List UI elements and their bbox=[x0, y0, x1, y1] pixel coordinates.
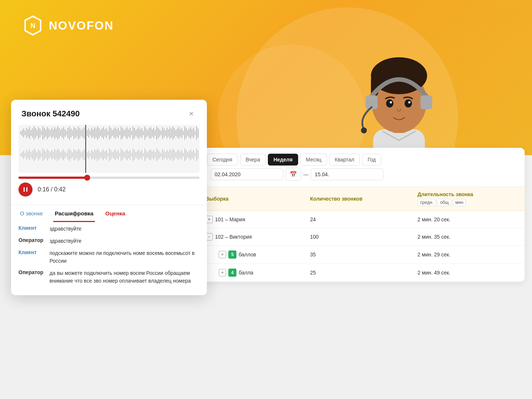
transcript-text-4: да вы можете подключить номер восем Росс… bbox=[50, 269, 200, 285]
tab-rating[interactable]: Оценка bbox=[104, 205, 127, 222]
svg-rect-227 bbox=[152, 151, 153, 158]
sub-header-avg: средн. bbox=[417, 199, 436, 206]
svg-rect-228 bbox=[153, 150, 154, 160]
svg-rect-30 bbox=[37, 130, 37, 136]
speaker-operator-2: Оператор bbox=[18, 269, 45, 285]
sub-header-min: мин bbox=[453, 199, 466, 206]
filter-today[interactable]: Сегодня bbox=[207, 154, 238, 166]
cell-count-2: 100 bbox=[304, 228, 412, 246]
speaker-client-2: Клиент bbox=[18, 249, 45, 265]
svg-rect-33 bbox=[41, 131, 42, 135]
filter-yesterday[interactable]: Вчера bbox=[240, 154, 266, 166]
svg-rect-178 bbox=[78, 149, 79, 161]
calendar-icon-button[interactable]: 📅 bbox=[286, 168, 301, 181]
filter-year[interactable]: Год bbox=[362, 154, 381, 166]
svg-rect-145 bbox=[29, 149, 30, 160]
svg-point-11 bbox=[361, 127, 367, 133]
date-filter-bar: Сегодня Вчера Неделя Месяц Квартал Год 📅… bbox=[200, 148, 525, 187]
svg-rect-101 bbox=[143, 131, 144, 135]
svg-rect-142 bbox=[25, 153, 25, 157]
filter-week[interactable]: Неделя bbox=[268, 154, 298, 166]
svg-rect-81 bbox=[113, 129, 114, 137]
svg-rect-213 bbox=[131, 153, 132, 157]
svg-rect-221 bbox=[143, 153, 144, 157]
svg-rect-34 bbox=[42, 126, 43, 140]
svg-rect-84 bbox=[118, 128, 119, 138]
progress-bar-background[interactable] bbox=[18, 177, 200, 179]
tab-transcript[interactable]: Расшифровка bbox=[53, 205, 95, 222]
svg-rect-10 bbox=[420, 95, 432, 109]
svg-rect-174 bbox=[72, 152, 73, 157]
svg-rect-21 bbox=[23, 129, 24, 137]
svg-rect-144 bbox=[28, 151, 28, 158]
filter-month[interactable]: Месяц bbox=[300, 154, 327, 166]
svg-rect-117 bbox=[167, 128, 167, 138]
svg-rect-252 bbox=[189, 151, 190, 159]
svg-rect-95 bbox=[134, 128, 135, 138]
svg-rect-189 bbox=[96, 151, 96, 159]
svg-rect-133 bbox=[190, 127, 191, 139]
progress-area[interactable] bbox=[18, 177, 200, 179]
svg-rect-194 bbox=[103, 149, 104, 160]
score-badge-5: 5 bbox=[228, 250, 236, 259]
svg-rect-28 bbox=[34, 126, 34, 140]
svg-rect-244 bbox=[177, 151, 178, 159]
svg-rect-261 bbox=[26, 187, 27, 192]
svg-rect-201 bbox=[113, 151, 114, 159]
svg-rect-100 bbox=[141, 128, 142, 138]
svg-rect-143 bbox=[26, 150, 27, 160]
svg-rect-52 bbox=[69, 126, 70, 140]
svg-rect-76 bbox=[106, 128, 107, 138]
right-panel: Сегодня Вчера Неделя Месяц Квартал Год 📅… bbox=[200, 148, 525, 282]
svg-rect-134 bbox=[192, 129, 192, 137]
svg-rect-103 bbox=[146, 129, 147, 137]
svg-rect-116 bbox=[165, 130, 166, 136]
svg-rect-108 bbox=[153, 128, 154, 138]
svg-rect-119 bbox=[170, 127, 170, 139]
date-from-input[interactable] bbox=[211, 168, 283, 180]
tab-about[interactable]: О звонке bbox=[18, 205, 44, 222]
svg-rect-219 bbox=[140, 151, 141, 158]
svg-rect-22 bbox=[25, 131, 25, 135]
svg-rect-43 bbox=[56, 129, 57, 137]
transcript-area: Клиент здравствуйте Оператор здравствуйт… bbox=[11, 222, 207, 295]
svg-rect-136 bbox=[195, 131, 195, 135]
svg-rect-24 bbox=[28, 129, 28, 137]
close-button[interactable]: × bbox=[186, 109, 197, 119]
svg-rect-215 bbox=[134, 150, 135, 160]
table-row: + 5 баллов 35 2 мин. 29 сек. bbox=[200, 246, 525, 264]
svg-rect-127 bbox=[181, 128, 182, 138]
svg-rect-65 bbox=[90, 131, 91, 135]
svg-rect-32 bbox=[40, 129, 40, 137]
expand-btn-2a[interactable]: + bbox=[219, 251, 226, 258]
cell-name-1: + 101 – Мария bbox=[200, 211, 304, 228]
call-dialog: Звонок 542490 × bbox=[11, 100, 207, 295]
svg-rect-118 bbox=[168, 129, 169, 137]
svg-rect-110 bbox=[156, 126, 157, 140]
row-name-cell-2a: + 5 баллов bbox=[205, 250, 298, 259]
svg-rect-183 bbox=[87, 152, 88, 157]
cell-duration-1: 2 мин. 20 сек. bbox=[412, 211, 525, 228]
expand-btn-2b[interactable]: + bbox=[219, 269, 226, 276]
date-to-input[interactable] bbox=[311, 168, 383, 180]
svg-rect-88 bbox=[124, 130, 125, 136]
svg-rect-42 bbox=[54, 127, 55, 139]
svg-rect-203 bbox=[116, 151, 117, 158]
svg-rect-152 bbox=[40, 151, 40, 159]
filter-quarter[interactable]: Квартал bbox=[329, 154, 360, 166]
svg-rect-155 bbox=[44, 150, 45, 160]
svg-rect-160 bbox=[51, 150, 52, 160]
table-row: − 102 – Виктория 100 2 мин. 35 сек. bbox=[200, 228, 525, 246]
play-pause-button[interactable] bbox=[18, 183, 33, 197]
svg-rect-115 bbox=[164, 129, 164, 137]
svg-rect-60 bbox=[81, 130, 82, 136]
svg-rect-176 bbox=[75, 150, 76, 160]
svg-point-13 bbox=[405, 99, 412, 108]
waveform-container[interactable] bbox=[18, 125, 200, 173]
svg-rect-191 bbox=[99, 150, 99, 160]
svg-rect-98 bbox=[139, 127, 139, 139]
svg-rect-80 bbox=[112, 130, 113, 136]
col-header-count: Количество звонков bbox=[304, 187, 412, 211]
logo-area: N NOVOFON bbox=[22, 15, 114, 36]
svg-rect-89 bbox=[125, 129, 126, 137]
